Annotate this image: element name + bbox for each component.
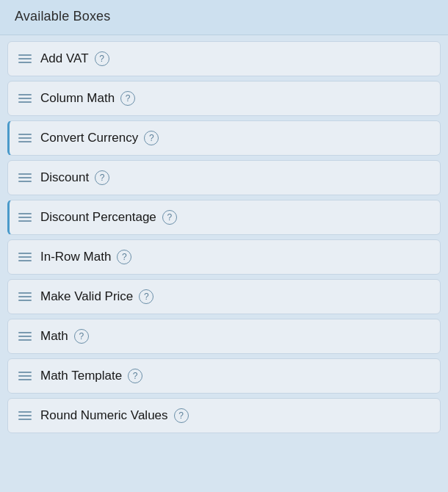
drag-handle-icon [18, 134, 32, 142]
item-label: Math ? [40, 329, 89, 344]
item-label: Add VAT ? [40, 51, 109, 66]
drag-handle-icon [18, 332, 32, 341]
drag-handle-icon [18, 213, 32, 222]
help-icon[interactable]: ? [117, 250, 131, 264]
section-title: Available Boxes [15, 9, 110, 23]
item-label: Math Template ? [40, 369, 142, 383]
help-icon[interactable]: ? [74, 329, 89, 344]
list-item-round-numeric-values[interactable]: Round Numeric Values ? [7, 398, 441, 433]
item-label: Round Numeric Values ? [40, 408, 189, 423]
drag-handle-icon [18, 173, 32, 182]
help-icon[interactable]: ? [174, 408, 189, 423]
help-icon[interactable]: ? [144, 131, 159, 145]
drag-handle-icon [18, 411, 32, 420]
section-header: Available Boxes [0, 0, 448, 35]
help-icon[interactable]: ? [95, 170, 109, 185]
item-label: Convert Currency ? [40, 131, 159, 145]
list-item-column-math[interactable]: Column Math ? [7, 81, 441, 116]
help-icon[interactable]: ? [162, 210, 177, 225]
help-icon[interactable]: ? [120, 91, 135, 106]
list-item-convert-currency[interactable]: Convert Currency ? [7, 120, 441, 156]
drag-handle-icon [18, 372, 32, 380]
list-item-discount[interactable]: Discount ? [7, 160, 441, 195]
available-boxes-container: Available Boxes Add VAT ? Column Math ? [0, 0, 448, 444]
item-label: Make Valid Price ? [40, 289, 153, 304]
help-icon[interactable]: ? [139, 289, 153, 304]
help-icon[interactable]: ? [128, 369, 142, 383]
item-label: In-Row Math ? [40, 250, 131, 264]
item-label: Column Math ? [40, 91, 135, 106]
list-item-discount-percentage[interactable]: Discount Percentage ? [7, 200, 441, 235]
drag-handle-icon [18, 54, 32, 63]
list-item-in-row-math[interactable]: In-Row Math ? [7, 239, 441, 275]
item-label: Discount Percentage ? [40, 210, 177, 225]
list-item-make-valid-price[interactable]: Make Valid Price ? [7, 279, 441, 314]
drag-handle-icon [18, 292, 32, 301]
items-list: Add VAT ? Column Math ? Convert Currency [0, 35, 448, 444]
item-label: Discount ? [40, 170, 109, 185]
list-item-math-template[interactable]: Math Template ? [7, 358, 441, 394]
help-icon[interactable]: ? [95, 51, 109, 66]
list-item-math[interactable]: Math ? [7, 319, 441, 354]
drag-handle-icon [18, 253, 32, 261]
drag-handle-icon [18, 94, 32, 103]
list-item-add-vat[interactable]: Add VAT ? [7, 41, 441, 76]
